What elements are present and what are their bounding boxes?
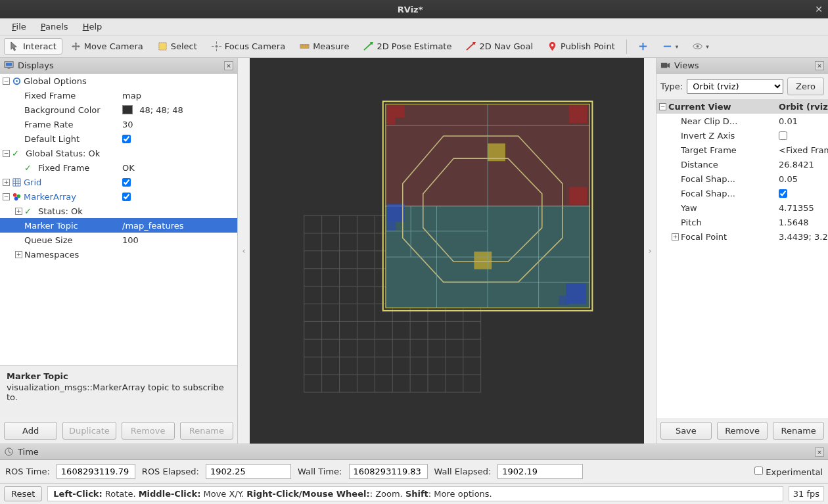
tree-item-grid[interactable]: Grid: [24, 177, 41, 187]
tool-remove[interactable]: ▾: [656, 38, 685, 55]
expander[interactable]: −: [3, 193, 10, 200]
window-title: RViz*: [5, 5, 815, 14]
prop-fixed-frame[interactable]: Fixed Frame: [24, 91, 76, 101]
prop-focal-shape-size[interactable]: Focal Shap...: [681, 174, 735, 184]
prop-queue-size-value[interactable]: 100: [118, 235, 237, 245]
expander[interactable]: +: [3, 179, 10, 186]
expander[interactable]: −: [3, 78, 10, 85]
displays-panel-close[interactable]: ×: [224, 61, 233, 70]
wall-time-input[interactable]: [349, 464, 428, 479]
prop-default-light[interactable]: Default Light: [24, 134, 80, 144]
tool-measure[interactable]: Measure: [294, 38, 355, 55]
marker-array-checkbox[interactable]: [122, 193, 131, 201]
prop-yaw[interactable]: Yaw: [681, 203, 697, 213]
view-rename-button[interactable]: Rename: [773, 422, 824, 440]
current-view-label[interactable]: Current View: [668, 102, 731, 112]
ros-elapsed-input[interactable]: [206, 464, 291, 479]
3d-viewport[interactable]: [250, 58, 644, 444]
prop-focal-point[interactable]: Focal Point: [681, 232, 727, 242]
tool-visibility[interactable]: ▾: [687, 38, 715, 55]
prop-bg-color-value[interactable]: 48; 48; 48: [118, 105, 237, 115]
collapse-right[interactable]: ›: [644, 58, 656, 444]
tree-item-global-status[interactable]: Global Status: Ok: [26, 149, 100, 158]
experimental-toggle[interactable]: Experimental: [754, 467, 823, 477]
tree-item-global-options[interactable]: Global Options: [24, 76, 87, 86]
duplicate-button[interactable]: Duplicate: [62, 422, 116, 440]
tool-nav-goal[interactable]: 2D Nav Goal: [460, 38, 539, 55]
wall-elapsed-input[interactable]: [497, 464, 583, 479]
prop-focal-shape-value[interactable]: 0.05: [775, 174, 828, 184]
add-button[interactable]: Add: [4, 422, 57, 440]
views-panel-close[interactable]: ×: [815, 61, 824, 70]
prop-invert-z[interactable]: Invert Z Axis: [681, 131, 735, 141]
prop-frame-rate[interactable]: Frame Rate: [24, 120, 73, 129]
expander[interactable]: −: [3, 150, 10, 157]
displays-panel: Displays × − Global Options Fixed Framem…: [0, 58, 238, 444]
remove-button[interactable]: Remove: [122, 422, 175, 440]
svg-point-5: [697, 45, 699, 48]
prop-fixed-frame-value[interactable]: map: [118, 91, 237, 101]
time-row: ROS Time: ROS Elapsed: Wall Time: Wall E…: [0, 460, 828, 483]
grid-checkbox[interactable]: [122, 178, 131, 187]
tool-select[interactable]: Select: [152, 38, 203, 55]
prop-yaw-value[interactable]: 4.71355: [775, 203, 828, 213]
prop-namespaces[interactable]: Namespaces: [24, 250, 79, 260]
current-view-value: Orbit (rviz): [779, 102, 828, 112]
prop-focal-point-value[interactable]: 3.4439; 3.2309; ...: [775, 232, 828, 242]
tool-publish-point[interactable]: Publish Point: [541, 38, 621, 55]
focal-shape-fixed-checkbox[interactable]: [779, 189, 787, 198]
view-remove-button[interactable]: Remove: [717, 422, 768, 440]
prop-bg-color[interactable]: Background Color: [24, 105, 101, 115]
views-panel-header[interactable]: Views ×: [656, 58, 828, 74]
collapse-left[interactable]: ‹: [238, 58, 250, 444]
prop-marker-status[interactable]: Status: Ok: [38, 206, 83, 216]
views-tree[interactable]: −Current ViewOrbit (rviz) Near Clip D...…: [656, 99, 828, 418]
expander[interactable]: −: [659, 103, 666, 110]
prop-near-clip-value[interactable]: 0.01: [775, 116, 828, 126]
prop-status-fixed-frame[interactable]: Fixed Frame: [38, 163, 89, 173]
menu-help[interactable]: Help: [76, 20, 109, 34]
zero-button[interactable]: Zero: [787, 78, 824, 95]
window-close-button[interactable]: ✕: [815, 4, 823, 14]
prop-marker-topic-value[interactable]: /map_features: [118, 221, 237, 231]
tool-move-camera[interactable]: Move Camera: [65, 38, 149, 55]
menu-panels[interactable]: Panels: [34, 20, 75, 34]
prop-marker-topic[interactable]: Marker Topic: [24, 221, 78, 231]
tool-add[interactable]: [632, 38, 654, 55]
rename-button[interactable]: Rename: [180, 422, 233, 440]
displays-panel-header[interactable]: Displays ×: [0, 58, 237, 74]
view-save-button[interactable]: Save: [660, 422, 712, 440]
tree-item-marker-array[interactable]: MarkerArray: [24, 192, 76, 202]
tool-pose-estimate[interactable]: 2D Pose Estimate: [357, 38, 457, 55]
prop-distance[interactable]: Distance: [681, 160, 718, 170]
experimental-checkbox[interactable]: [754, 467, 763, 475]
tool-focus-camera[interactable]: Focus Camera: [206, 38, 291, 55]
svg-rect-39: [387, 204, 405, 221]
tool-interact[interactable]: Interact: [4, 38, 62, 55]
wall-time-label: Wall Time:: [298, 467, 342, 476]
prop-near-clip[interactable]: Near Clip D...: [681, 116, 737, 126]
reset-button[interactable]: Reset: [4, 486, 42, 501]
expander[interactable]: +: [672, 233, 679, 241]
prop-pitch-value[interactable]: 1.5648: [775, 218, 828, 227]
menu-file[interactable]: File: [5, 20, 33, 34]
description-title: Marker Topic: [7, 371, 231, 381]
ros-time-input[interactable]: [57, 464, 135, 479]
prop-focal-shape-fixed[interactable]: Focal Shap...: [681, 189, 735, 198]
expander[interactable]: +: [15, 251, 22, 258]
svg-point-12: [14, 196, 18, 200]
prop-target-frame-value[interactable]: <Fixed Frame>: [775, 145, 828, 155]
prop-default-light-checkbox[interactable]: [122, 135, 131, 143]
view-type-select[interactable]: Orbit (rviz): [687, 79, 783, 94]
prop-target-frame[interactable]: Target Frame: [681, 145, 737, 155]
prop-distance-value[interactable]: 26.8421: [775, 160, 828, 170]
invert-z-checkbox[interactable]: [779, 131, 787, 140]
time-panel-close[interactable]: ×: [815, 447, 824, 457]
expander[interactable]: +: [15, 208, 22, 215]
time-panel-header[interactable]: Time ×: [0, 444, 828, 460]
prop-frame-rate-value[interactable]: 30: [118, 120, 237, 129]
prop-queue-size[interactable]: Queue Size: [24, 235, 73, 245]
svg-rect-38: [569, 187, 587, 205]
displays-tree[interactable]: − Global Options Fixed Framemap Backgrou…: [0, 74, 237, 365]
prop-pitch[interactable]: Pitch: [681, 218, 702, 227]
